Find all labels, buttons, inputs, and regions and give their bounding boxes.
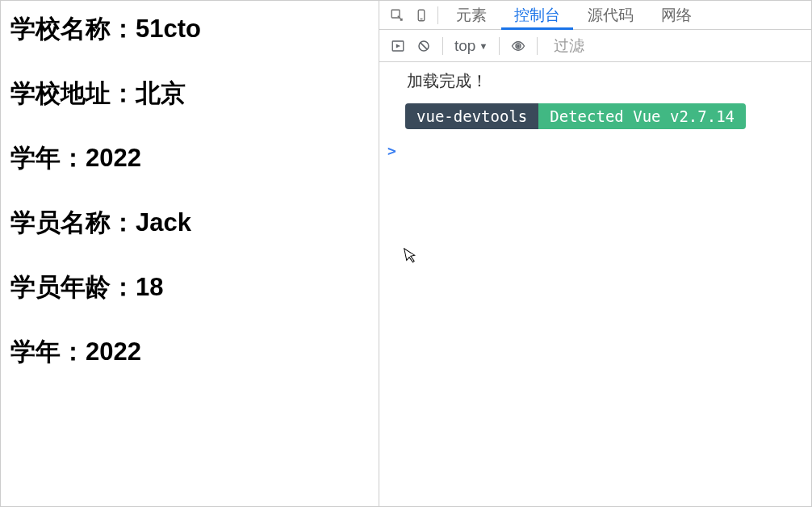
tab-network[interactable]: 网络 — [648, 1, 705, 30]
dropdown-triangle-icon: ▼ — [479, 41, 488, 51]
row-student-name: 学员名称：Jack — [10, 206, 369, 240]
console-body[interactable]: 加载完成！ vue-devtools Detected Vue v2.7.14 … — [379, 62, 811, 506]
vue-devtools-badge: vue-devtools Detected Vue v2.7.14 — [405, 103, 805, 129]
console-prompt[interactable]: > — [386, 142, 805, 159]
filter-input[interactable] — [546, 34, 811, 58]
tab-elements[interactable]: 元素 — [443, 1, 500, 30]
value: 18 — [136, 273, 163, 301]
devtools-tabs: 元素 控制台 源代码 网络 — [379, 1, 811, 30]
separator — [442, 37, 443, 55]
badge-name: vue-devtools — [405, 103, 538, 129]
value: Jack — [136, 208, 191, 237]
separator — [537, 37, 538, 55]
label: 学校地址： — [10, 79, 136, 107]
inspect-icon[interactable] — [386, 4, 408, 27]
separator — [499, 37, 500, 55]
svg-line-5 — [421, 42, 427, 48]
scope-label: top — [454, 37, 475, 55]
scope-dropdown[interactable]: top ▼ — [451, 37, 491, 55]
value: 北京 — [136, 79, 186, 107]
mouse-cursor-icon — [403, 245, 420, 269]
page-content: 学校名称：51cto 学校地址：北京 学年：2022 学员名称：Jack 学员年… — [1, 1, 379, 506]
devtools-panel: 元素 控制台 源代码 网络 top ▼ — [379, 1, 811, 506]
row-school-year-2: 学年：2022 — [10, 335, 369, 369]
sidebar-toggle-icon[interactable] — [387, 36, 408, 57]
console-log-message: 加载完成！ — [386, 70, 805, 92]
value: 51cto — [136, 15, 201, 43]
console-toolbar: top ▼ — [379, 30, 811, 62]
row-school-year-1: 学年：2022 — [10, 141, 369, 175]
value: 2022 — [86, 337, 141, 366]
clear-console-icon[interactable] — [413, 36, 434, 57]
row-student-age: 学员年龄：18 — [10, 270, 369, 304]
eye-icon[interactable] — [508, 36, 529, 57]
label: 学员名称： — [10, 208, 136, 237]
label: 学校名称： — [10, 15, 136, 43]
row-school-address: 学校地址：北京 — [10, 77, 369, 111]
label: 学年： — [10, 144, 86, 172]
separator — [437, 6, 438, 24]
tab-sources[interactable]: 源代码 — [575, 1, 647, 30]
label: 学员年龄： — [10, 273, 136, 301]
tab-console[interactable]: 控制台 — [501, 1, 573, 30]
badge-version: Detected Vue v2.7.14 — [538, 103, 746, 129]
svg-point-6 — [517, 44, 520, 48]
label: 学年： — [10, 337, 86, 366]
value: 2022 — [86, 144, 141, 172]
row-school-name: 学校名称：51cto — [10, 12, 369, 46]
device-toggle-icon[interactable] — [410, 4, 433, 27]
